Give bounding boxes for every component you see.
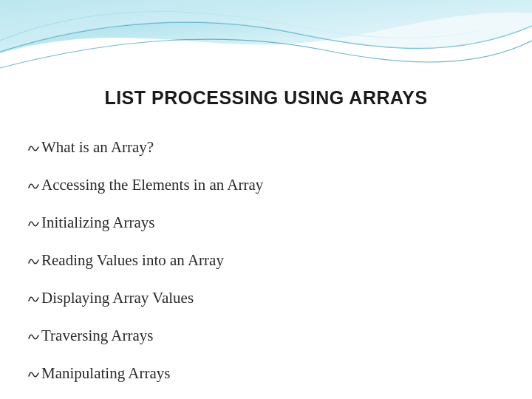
- list-item-text: Initializing Arrays: [41, 214, 154, 232]
- squiggle-bullet-icon: [28, 330, 41, 344]
- list-item: What is an Array?: [28, 138, 510, 157]
- bullet-list: What is an Array? Accessing the Elements…: [22, 138, 510, 383]
- list-item-text: What is an Array?: [41, 138, 154, 157]
- squiggle-bullet-icon: [28, 180, 41, 193]
- squiggle-bullet-icon: [28, 368, 41, 381]
- squiggle-bullet-icon: [28, 217, 41, 231]
- list-item: Displaying Array Values: [28, 289, 510, 307]
- list-item: Initializing Arrays: [28, 214, 510, 232]
- squiggle-bullet-icon: [28, 142, 41, 155]
- list-item-text: Traversing Arrays: [41, 327, 153, 345]
- slide-content: LIST PROCESSING USING ARRAYS What is an …: [0, 0, 532, 383]
- list-item: Accessing the Elements in an Array: [28, 176, 510, 194]
- list-item-text: Manipulating Arrays: [41, 364, 170, 383]
- list-item-text: Accessing the Elements in an Array: [41, 176, 263, 194]
- list-item: Traversing Arrays: [28, 327, 510, 345]
- list-item-text: Displaying Array Values: [41, 289, 194, 307]
- slide-title: LIST PROCESSING USING ARRAYS: [22, 87, 510, 109]
- list-item: Reading Values into an Array: [28, 251, 510, 270]
- squiggle-bullet-icon: [28, 293, 41, 306]
- list-item: Manipulating Arrays: [28, 364, 510, 383]
- squiggle-bullet-icon: [28, 255, 41, 268]
- list-item-text: Reading Values into an Array: [41, 251, 224, 270]
